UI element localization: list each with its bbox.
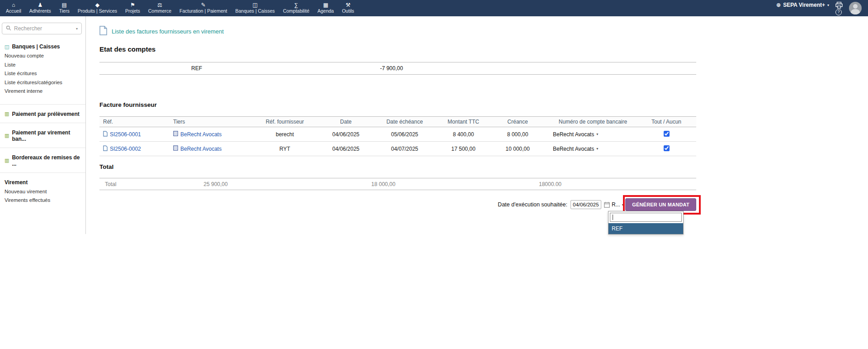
topnav-item-facturation-paiement[interactable]: ✎ Facturation | Paiement [175,0,231,16]
table-header-row: Réf. Tiers Réf. fournisseur Date Date éc… [99,116,696,127]
topnav-label: Agenda [317,8,334,14]
sidebar-section-bordereaux[interactable]: ▥ Bordereaux de remises de ... [5,152,85,169]
thirdparty-link[interactable]: BeRecht Avocats [173,131,222,138]
company-icon [173,145,178,152]
sidebar-item-virements-effectues[interactable]: Virements effectués [5,196,85,205]
col-header-tiers: Tiers [170,119,246,125]
bank-account-select[interactable]: BeRecht Avocats ▾ [553,146,598,152]
sidebar-section-paiement-prelevement[interactable]: ▥ Paiement par prélèvement [5,108,85,119]
topnav-item-outils[interactable]: ⚒ Outils [338,0,358,16]
table-row: SI2506-0001 BeRecht Avocats berecht 04/0… [99,127,696,142]
chevron-down-icon: ▾ [827,3,829,7]
topnav-item-agenda[interactable]: ▦ Agenda [313,0,338,16]
sidebar-section-virement[interactable]: Virement [5,177,85,187]
main-content: Liste des factures fournisseurs en virem… [99,16,696,349]
topnav-item-commerce[interactable]: ⚖ Commerce [144,0,175,16]
total-selected: 18000.00 [539,181,561,187]
company-icon [173,131,178,138]
chevron-down-icon: ▾ [596,132,598,136]
search-icon [6,25,11,32]
sidebar-section-title: Bordereaux de remises de ... [12,154,85,167]
invoice-icon [103,145,108,153]
user-scope-dropdown[interactable]: ⊕ SEPA Virement+ ▾ [776,2,829,8]
topnav-item-adherents[interactable]: ♟ Adhérents [25,0,55,16]
account-ref: REF [99,65,294,72]
sidebar-section-title: Banques | Caisses [12,43,60,50]
globe-icon: ⊕ [776,2,781,8]
execution-date-input[interactable] [571,200,601,209]
execution-date-label: Date d'exécution souhaitée: [498,201,567,208]
bank-account-select[interactable]: BeRecht Avocats ▾ [553,131,598,138]
col-header-tout-aucun: Tout / Aucun [637,119,696,125]
generate-mandate-button[interactable]: GÉNÉRER UN MANDAT [625,198,696,211]
topnav-item-accueil[interactable]: ⌂ Accueil [2,0,25,16]
document-icon [99,26,107,37]
table-row: REF -7 900,00 [99,62,696,74]
topnav-label: Projets [125,8,140,14]
col-header-date-echeance: Date échéance [368,119,441,125]
col-header-ref: Réf. [99,119,170,125]
sidebar-item-liste[interactable]: Liste [5,61,85,70]
help-icon[interactable]: ? [835,9,842,15]
col-header-date: Date [323,119,368,125]
invoice-icon [103,131,108,138]
target-account-select[interactable]: R... ▾ [612,201,624,208]
sidebar-item-virement-interne[interactable]: Virement interne [5,87,85,96]
topnav-item-banques-caisses[interactable]: ◫ Banques | Caisses [231,0,279,16]
topnav-right-cluster: ⊕ SEPA Virement+ ▾ ? [755,0,868,16]
topnav-label: Accueil [6,8,21,14]
sidebar-item-nouveau-virement[interactable]: Nouveau virement [5,187,85,196]
invoice-ref-link[interactable]: SI2506-0002 [103,145,141,153]
sidebar-section-banques-caisses[interactable]: ◫ Banques | Caisses [5,41,85,52]
total-montant-ttc: 25 900,00 [203,181,227,187]
chevron-down-icon: ▾ [622,203,624,207]
row-checkbox[interactable] [664,145,670,151]
supplier-ref-cell: berecht [246,131,323,138]
supplier-invoices-title: Facture fournisseur [99,101,157,108]
topnav-label: Banques | Caisses [236,8,275,14]
chevron-down-icon: ▾ [596,147,598,151]
topnav-item-produits-services[interactable]: ◆ Produits | Services [74,0,121,16]
search-placeholder: Rechercher [14,25,42,32]
chevron-down-icon: ▾ [76,27,78,31]
billing-icon: ✎ [201,2,206,8]
topnav-label: Outils [342,8,354,14]
topnav-label: Tiers [59,8,70,14]
sidebar-section-title: Virement [5,179,28,186]
commerce-icon: ⚖ [157,2,162,8]
table-row: Total 25 900,00 18 000,00 18000.00 [99,178,696,190]
breadcrumb-link[interactable]: Liste des factures fournisseurs en virem… [112,28,224,35]
bank-icon: ◫ [5,44,9,50]
topnav-label: Comptabilité [283,8,309,14]
text-cursor [613,215,613,220]
supplier-ref-cell: RYT [246,146,323,152]
action-bar: Date d'exécution souhaitée: R... ▾ GÉNÉR… [99,198,696,213]
bank-icon: ◫ [253,2,258,8]
invoice-ref-link[interactable]: SI2506-0001 [103,131,141,138]
due-date-cell: 05/06/2025 [368,131,441,138]
topnav-item-projets[interactable]: ⚑ Projets [121,0,144,16]
total-label: Total [105,181,116,187]
avatar[interactable] [849,2,862,14]
dropdown-search-input[interactable] [610,213,682,222]
sidebar-item-nouveau-compte[interactable]: Nouveau compte [5,52,85,61]
dropdown-option-ref[interactable]: REF [609,223,683,234]
total-creance: 18 000,00 [371,181,395,187]
tools-icon: ⚒ [345,2,350,8]
sidebar-item-liste-ecritures[interactable]: Liste écritures [5,69,85,78]
col-header-montant-ttc: Montant TTC [441,119,486,125]
projects-icon: ⚑ [130,2,135,8]
sidebar-item-liste-ecritures-categories[interactable]: Liste écritures/catégories [5,78,85,87]
sidebar-section-paiement-virement[interactable]: ▥ Paiement par virement ban... [5,127,85,144]
calendar-icon[interactable] [604,201,610,210]
products-icon: ◆ [95,2,99,8]
row-checkbox[interactable] [664,131,670,137]
sidebar-search[interactable]: Rechercher ▾ [2,23,82,34]
thirdparty-link[interactable]: BeRecht Avocats [173,145,222,152]
creance-cell: 10 000,00 [486,146,549,152]
topnav-label: Commerce [148,8,171,14]
topnav-label: Produits | Services [78,8,117,14]
money-icon: ▥ [5,158,9,163]
topnav-item-tiers[interactable]: ▤ Tiers [55,0,74,16]
topnav-item-comptabilite[interactable]: ∑ Comptabilité [279,0,313,16]
